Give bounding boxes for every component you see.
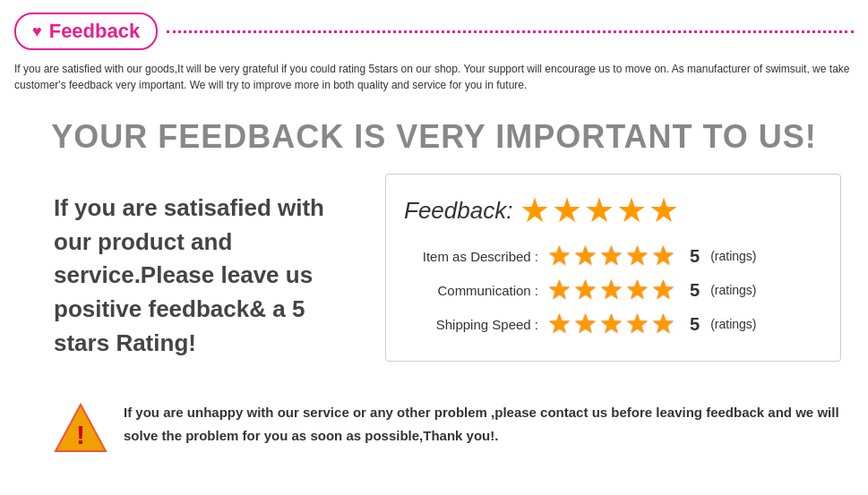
stars-ship: ★ ★ ★ ★ ★ (547, 311, 675, 337)
star-item-3: ★ (599, 243, 623, 269)
star-item-2: ★ (573, 243, 597, 269)
rating-unit-ship: (ratings) (710, 317, 756, 331)
rating-row-comm: Communication : ★ ★ ★ ★ ★ 5 (ratings) (404, 277, 822, 303)
star-comm-3: ★ (599, 277, 623, 303)
rating-count-comm: 5 (690, 280, 700, 301)
rating-label-comm: Communication : (404, 283, 538, 298)
header-star-4: ★ (616, 191, 647, 230)
header-section: ♥ Feedback (0, 0, 868, 57)
rating-count-ship: 5 (690, 314, 700, 335)
headline-section: YOUR FEEDBACK IS VERY IMPORTANT TO US! (0, 102, 868, 165)
feedback-title-row: Feedback: ★ ★ ★ ★ ★ (404, 191, 822, 230)
star-ship-2: ★ (573, 311, 597, 337)
feedback-box: Feedback: ★ ★ ★ ★ ★ Item as Described : … (385, 174, 841, 362)
star-comm-1: ★ (547, 277, 572, 303)
header-stars-row: ★ ★ ★ ★ ★ (520, 191, 679, 230)
rating-count-item: 5 (690, 246, 700, 267)
star-item-5: ★ (651, 243, 675, 269)
warning-icon: ! (54, 403, 107, 464)
rating-label-ship: Shipping Speed : (404, 317, 538, 332)
badge-label: Feedback (49, 20, 141, 43)
header-star-3: ★ (584, 191, 614, 230)
headline-text: YOUR FEEDBACK IS VERY IMPORTANT TO US! (9, 118, 859, 156)
feedback-box-label: Feedback: (404, 197, 512, 225)
star-item-1: ★ (547, 243, 572, 269)
header-star-5: ★ (649, 191, 679, 230)
rating-row-ship: Shipping Speed : ★ ★ ★ ★ ★ 5 (ratings) (404, 311, 822, 337)
header-star-2: ★ (552, 191, 582, 230)
star-comm-4: ★ (625, 277, 649, 303)
star-ship-1: ★ (547, 311, 572, 337)
stars-item: ★ ★ ★ ★ ★ (547, 243, 675, 269)
star-comm-2: ★ (573, 277, 597, 303)
rating-label-item: Item as Described : (404, 249, 538, 264)
intro-text: If you are satisfied with our goods,It w… (0, 57, 868, 102)
warning-text: If you are unhappy with our service or a… (124, 401, 841, 447)
star-ship-3: ★ (599, 311, 623, 337)
dotted-divider (167, 30, 854, 33)
feedback-badge: ♥ Feedback (14, 13, 158, 50)
main-content: If you are satisafied with our product a… (0, 165, 868, 387)
rating-unit-comm: (ratings) (710, 283, 756, 297)
star-comm-5: ★ (651, 277, 675, 303)
heart-icon: ♥ (32, 22, 42, 41)
stars-comm: ★ ★ ★ ★ ★ (547, 277, 675, 303)
star-ship-5: ★ (651, 311, 675, 337)
warning-text-bold: If you are unhappy with our service or a… (124, 405, 839, 443)
left-message: If you are satisafied with our product a… (27, 174, 367, 378)
header-star-1: ★ (520, 191, 550, 230)
warning-section: ! If you are unhappy with our service or… (0, 387, 868, 482)
star-ship-4: ★ (625, 311, 649, 337)
star-item-4: ★ (625, 243, 649, 269)
rating-unit-item: (ratings) (710, 249, 756, 263)
rating-row-item: Item as Described : ★ ★ ★ ★ ★ 5 (ratings… (404, 243, 822, 269)
svg-text:!: ! (76, 420, 85, 449)
